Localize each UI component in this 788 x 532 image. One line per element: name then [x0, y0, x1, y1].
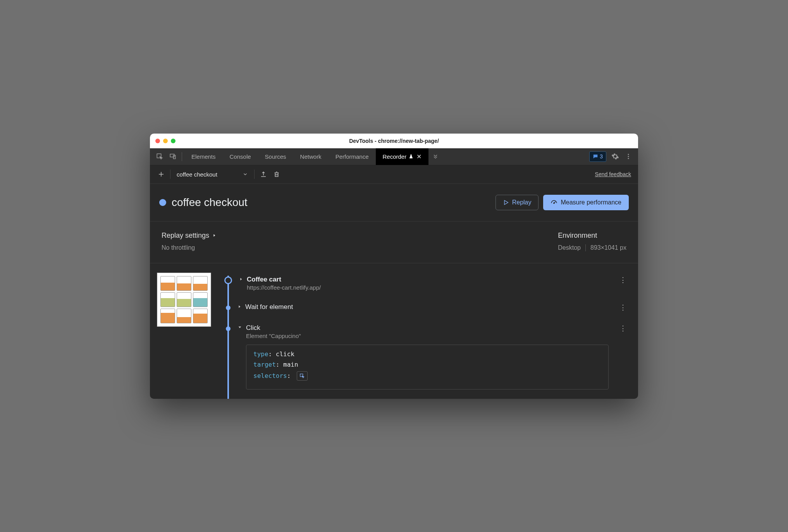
replay-settings-label: Replay settings	[162, 232, 209, 240]
chevron-down-icon[interactable]	[239, 168, 252, 181]
maximize-window-button[interactable]	[171, 139, 175, 143]
code-val: : click	[268, 350, 294, 358]
chevron-right-icon[interactable]	[237, 304, 241, 309]
export-icon[interactable]	[257, 168, 270, 181]
step-subtitle: Element "Cappucino"	[246, 333, 615, 339]
step-menu-icon[interactable]: ⋮	[615, 324, 631, 333]
add-recording-icon[interactable]	[155, 168, 168, 181]
step-row[interactable]: Click Element "Cappucino" type: click ta…	[220, 321, 631, 399]
chevron-right-icon	[212, 233, 216, 238]
tab-performance[interactable]: Performance	[329, 148, 376, 165]
send-feedback-link[interactable]: Send feedback	[595, 171, 631, 177]
screenshot-thumbnail[interactable]	[157, 273, 211, 327]
close-window-button[interactable]	[155, 139, 160, 143]
step-row[interactable]: Wait for element ⋮	[220, 300, 631, 321]
environment-label: Environment	[558, 232, 626, 240]
pick-selector-button[interactable]	[297, 371, 308, 381]
code-key: type	[253, 350, 268, 358]
gear-icon[interactable]	[609, 148, 622, 165]
measure-performance-button[interactable]: Measure performance	[543, 195, 629, 210]
step-title: Click	[246, 324, 615, 332]
recording-name[interactable]: coffee checkout	[173, 171, 239, 178]
status-dot-icon	[159, 199, 166, 206]
timeline-marker-icon	[226, 305, 231, 310]
recording-title: coffee checkout	[172, 196, 248, 209]
throttling-value: No throttling	[162, 244, 558, 251]
device-toggle-icon[interactable]	[166, 148, 179, 165]
env-size: 893×1041 px	[590, 244, 626, 251]
step-title: Wait for element	[245, 303, 615, 311]
recorder-toolbar: coffee checkout Send feedback	[150, 165, 638, 184]
minimize-window-button[interactable]	[163, 139, 168, 143]
settings-row: Replay settings No throttling Environmen…	[150, 221, 638, 263]
timeline-marker-icon	[226, 326, 231, 331]
replay-button[interactable]: Replay	[496, 195, 539, 210]
recording-header: coffee checkout Replay Measure performan…	[150, 184, 638, 221]
close-icon[interactable]: ✕	[416, 153, 422, 160]
issues-count: 3	[600, 153, 603, 160]
tab-recorder-label: Recorder	[383, 153, 407, 160]
window-title: DevTools - chrome://new-tab-page/	[349, 138, 439, 144]
panel-tabbar: Elements Console Sources Network Perform…	[150, 148, 638, 165]
separator	[170, 170, 170, 179]
window-controls	[155, 139, 175, 143]
replay-settings-toggle[interactable]: Replay settings	[162, 232, 558, 240]
svg-point-3	[628, 154, 629, 155]
step-menu-icon[interactable]: ⋮	[615, 276, 631, 284]
svg-point-4	[628, 156, 629, 157]
titlebar: DevTools - chrome://new-tab-page/	[150, 134, 638, 148]
inspect-icon[interactable]	[153, 148, 166, 165]
chevron-right-icon[interactable]	[239, 277, 243, 281]
step-title: Coffee cart	[247, 276, 615, 283]
steps-area: Coffee cart https://coffee-cart.netlify.…	[150, 263, 638, 399]
issues-badge[interactable]: 3	[589, 151, 606, 162]
svg-point-5	[628, 158, 629, 159]
steps-timeline: Coffee cart https://coffee-cart.netlify.…	[220, 273, 631, 399]
trash-icon[interactable]	[270, 168, 283, 181]
step-code-box: type: click target: main selectors:	[246, 345, 609, 390]
tab-elements[interactable]: Elements	[184, 148, 223, 165]
devtools-window: DevTools - chrome://new-tab-page/ Elemen…	[150, 134, 638, 399]
code-key: selectors	[253, 372, 287, 379]
tab-sources[interactable]: Sources	[258, 148, 293, 165]
code-val: :	[287, 372, 291, 379]
measure-label: Measure performance	[561, 199, 621, 206]
code-val: : main	[276, 361, 298, 368]
separator	[182, 152, 182, 161]
tab-console[interactable]: Console	[223, 148, 258, 165]
env-device: Desktop	[558, 244, 581, 251]
separator	[254, 170, 255, 179]
code-key: target	[253, 361, 276, 368]
svg-point-6	[554, 203, 554, 203]
more-tabs-icon[interactable]	[428, 148, 442, 165]
tab-network[interactable]: Network	[293, 148, 329, 165]
chevron-down-icon[interactable]	[237, 325, 242, 329]
timeline-marker-icon	[224, 276, 232, 284]
step-menu-icon[interactable]: ⋮	[615, 303, 631, 312]
flask-icon	[409, 154, 413, 159]
tab-recorder[interactable]: Recorder ✕	[376, 148, 429, 165]
step-url: https://coffee-cart.netlify.app/	[247, 284, 615, 291]
kebab-icon[interactable]	[622, 148, 635, 165]
replay-label: Replay	[512, 199, 532, 206]
step-row[interactable]: Coffee cart https://coffee-cart.netlify.…	[220, 273, 631, 300]
